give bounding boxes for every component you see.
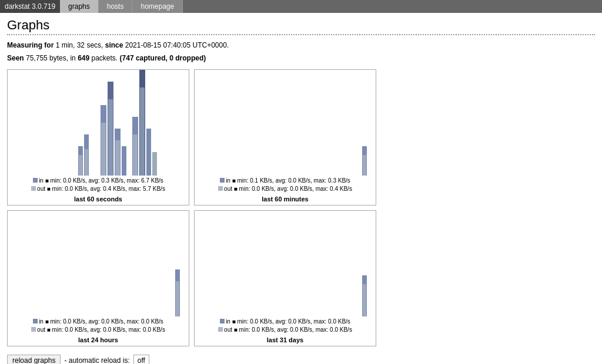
- reload-graphs-button[interactable]: reload graphs: [7, 355, 61, 364]
- graph-label-60sec: last 60 seconds: [74, 194, 122, 205]
- svg-rect-18: [363, 155, 366, 176]
- auto-reload-text: - automatic reload is:: [64, 356, 129, 364]
- divider: [7, 34, 595, 35]
- graph-label-24h: last 24 hours: [78, 335, 118, 346]
- auto-reload-status: off: [133, 355, 149, 364]
- legend-in-60sec: [33, 178, 38, 183]
- footer-bar: reload graphs - automatic reload is: off: [7, 355, 595, 364]
- graph-canvas-31days: [195, 211, 376, 316]
- seen-packets-unit: packets.: [92, 54, 118, 62]
- svg-rect-12: [101, 123, 106, 176]
- legend-in-60min: [220, 178, 225, 183]
- graph-label-31days: last 31 days: [267, 335, 303, 346]
- graph-24h: in ■ min: 0.0 KB/s, avg: 0.0 KB/s, max: …: [7, 210, 189, 346]
- page-title: Graphs: [7, 18, 595, 33]
- nav-tab-homepage[interactable]: homepage: [132, 0, 183, 13]
- seen-bytes-unit: bytes, in: [49, 54, 76, 62]
- svg-rect-20: [176, 281, 179, 316]
- graph-stats-31days: in ■ min: 0.0 KB/s, avg: 0.0 KB/s, max: …: [218, 316, 352, 335]
- graph-60sec: in ■ min: 0.0 KB/s, avg: 0.3 KB/s, max: …: [7, 69, 189, 205]
- seen-info: Seen 75,755 bytes, in 649 packets. (747 …: [7, 53, 595, 63]
- graph-canvas-60min: [195, 70, 376, 176]
- svg-rect-5: [122, 146, 126, 176]
- measuring-info: Measuring for 1 min, 32 secs, since 2021…: [7, 40, 595, 50]
- svg-rect-13: [108, 99, 113, 176]
- since-value: 2021-08-15 07:40:05 UTC+0000.: [125, 41, 229, 49]
- graph-label-60min: last 60 minutes: [262, 194, 308, 205]
- svg-rect-10: [79, 155, 82, 176]
- seen-packets: 649: [78, 54, 89, 62]
- measuring-value: 1 min, 32 secs: [56, 41, 101, 49]
- legend-in-31days: [220, 319, 225, 323]
- legend-out-60sec: [31, 186, 36, 191]
- measuring-label: Measuring for: [7, 41, 53, 49]
- svg-rect-8: [146, 129, 151, 176]
- legend-out-24h: [31, 327, 36, 332]
- svg-rect-11: [85, 149, 88, 176]
- nav-bar: darkstat 3.0.719 graphs hosts homepage: [0, 0, 602, 13]
- svg-rect-16: [140, 87, 145, 176]
- app-brand: darkstat 3.0.719: [0, 0, 60, 13]
- graph-31days: in ■ min: 0.0 KB/s, avg: 0.0 KB/s, max: …: [194, 210, 376, 346]
- seen-bytes: 75,755: [26, 54, 48, 62]
- graphs-grid: in ■ min: 0.0 KB/s, avg: 0.3 KB/s, max: …: [7, 69, 595, 346]
- nav-tab-graphs[interactable]: graphs: [60, 0, 99, 13]
- svg-rect-22: [363, 284, 366, 316]
- graph-stats-24h: in ■ min: 0.0 KB/s, avg: 0.0 KB/s, max: …: [31, 316, 165, 335]
- main-content: Graphs Measuring for 1 min, 32 secs, sin…: [0, 13, 602, 364]
- seen-label: Seen: [7, 54, 24, 62]
- graph-stats-60sec: in ■ min: 0.0 KB/s, avg: 0.3 KB/s, max: …: [31, 176, 165, 194]
- svg-rect-14: [115, 140, 120, 176]
- svg-rect-9: [152, 152, 157, 176]
- legend-out-31days: [218, 327, 223, 332]
- legend-in-24h: [33, 319, 38, 323]
- nav-tab-hosts[interactable]: hosts: [99, 0, 133, 13]
- graph-60min: in ■ min: 0.1 KB/s, avg: 0.0 KB/s, max: …: [194, 69, 376, 205]
- graph-stats-60min: in ■ min: 0.1 KB/s, avg: 0.0 KB/s, max: …: [218, 176, 352, 194]
- svg-rect-15: [133, 134, 138, 176]
- graph-canvas-60sec: [8, 70, 189, 176]
- legend-out-60min: [218, 186, 223, 191]
- captured-info: (747 captured, 0 dropped): [120, 54, 206, 62]
- graph-canvas-24h: [8, 211, 189, 316]
- since-label: since: [105, 41, 123, 49]
